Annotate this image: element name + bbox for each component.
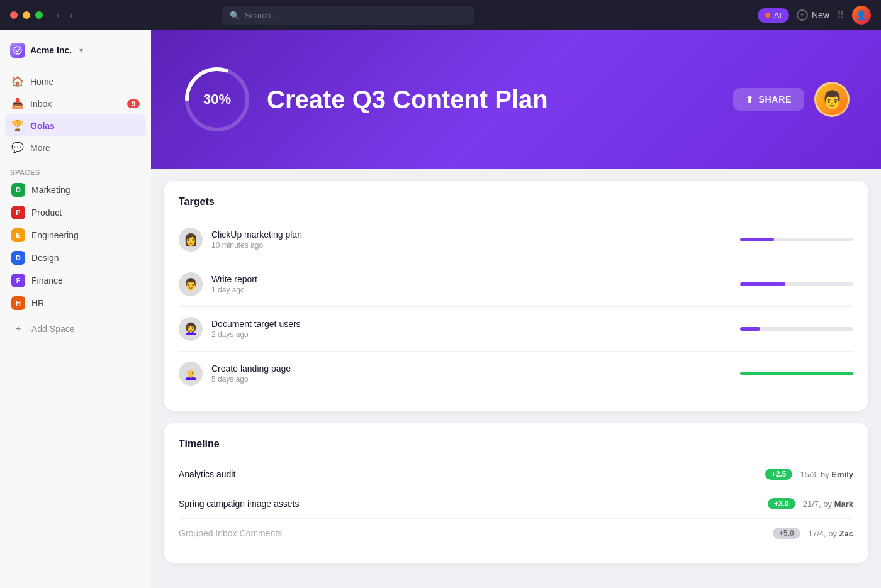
sidebar-item-marketing[interactable]: D Marketing	[5, 179, 146, 201]
svg-point-0	[14, 47, 21, 54]
sidebar-item-home[interactable]: 🏠 Home	[5, 70, 146, 92]
target-name: ClickUp marketing plan	[211, 230, 731, 240]
ai-button[interactable]: AI	[758, 8, 789, 23]
share-icon: ⬆	[746, 94, 754, 104]
nav-arrows: ‹ ›	[53, 9, 76, 21]
minimize-window-button[interactable]	[23, 11, 30, 19]
home-icon: 🏠	[11, 75, 24, 87]
target-time: 2 days ago	[211, 330, 731, 339]
sidebar-item-goals[interactable]: 🏆 Golas	[5, 114, 146, 136]
target-name: Write report	[211, 274, 731, 284]
target-item[interactable]: 👩 ClickUp marketing plan 10 minutes ago	[179, 218, 853, 262]
timeline-item[interactable]: Spring campaign image assets +3.0 21/7, …	[179, 489, 853, 519]
timeline-badge: +5.0	[773, 528, 800, 539]
timeline-section: Timeline Analytics audit +2.5 15/3, by E…	[164, 423, 868, 563]
sidebar-item-engineering[interactable]: E Engineering	[5, 224, 146, 247]
progress-bar-fill	[740, 327, 760, 331]
timeline-list: Analytics audit +2.5 15/3, by Emily Spri…	[179, 460, 853, 548]
workspace-logo-icon	[10, 43, 25, 58]
more-icon: 💬	[11, 141, 24, 153]
add-space-label: Add Space	[31, 324, 75, 334]
product-space-icon: P	[11, 206, 25, 219]
target-item[interactable]: 👩‍🦳 Create landing page 5 days ago	[179, 352, 853, 396]
space-label: Marketing	[31, 185, 70, 195]
space-label: Product	[31, 208, 62, 218]
target-info: Document target users 2 days ago	[211, 319, 731, 339]
design-space-icon: D	[11, 251, 25, 265]
target-info: Write report 1 day ago	[211, 274, 731, 294]
progress-bar-container	[740, 372, 853, 375]
content-area: 30% Create Q3 Content Plan ⬆ SHARE 👨 Tar…	[151, 30, 881, 588]
space-label: Engineering	[31, 230, 79, 240]
user-avatar[interactable]: 👤	[852, 6, 871, 25]
share-button[interactable]: ⬆ SHARE	[733, 88, 804, 111]
target-time: 5 days ago	[211, 375, 731, 384]
maximize-window-button[interactable]	[35, 11, 43, 19]
sidebar: Acme Inc. ▾ 🏠 Home 📥 Inbox 9 🏆 Golas 💬	[0, 30, 151, 588]
progress-bar-bg	[740, 372, 853, 375]
search-bar[interactable]: 🔍	[222, 6, 474, 25]
target-item[interactable]: 👨 Write report 1 day ago	[179, 262, 853, 307]
timeline-name: Grouped Inbox Comments	[179, 528, 765, 538]
close-window-button[interactable]	[10, 11, 18, 19]
engineering-space-icon: E	[11, 228, 25, 242]
progress-bar-fill	[740, 282, 785, 286]
ai-label: AI	[774, 11, 782, 20]
target-item[interactable]: 👩‍🦱 Document target users 2 days ago	[179, 307, 853, 352]
new-button[interactable]: + New	[797, 9, 829, 21]
chevron-down-icon: ▾	[79, 46, 83, 55]
forward-arrow[interactable]: ›	[66, 9, 77, 21]
grid-icon[interactable]: ⠿	[837, 9, 845, 21]
add-space-button[interactable]: + Add Space	[5, 317, 146, 341]
plus-icon: +	[11, 322, 25, 336]
search-input[interactable]	[245, 11, 466, 20]
sidebar-item-product[interactable]: P Product	[5, 201, 146, 224]
sidebar-item-hr[interactable]: H HR	[5, 292, 146, 314]
progress-bar-container	[740, 282, 853, 286]
target-avatar: 👩	[179, 228, 203, 252]
targets-section-title: Targets	[179, 196, 853, 208]
inbox-icon: 📥	[11, 97, 24, 109]
space-label: Finance	[31, 275, 63, 286]
sidebar-item-label: Home	[30, 77, 53, 87]
spaces-section-label: Spaces	[0, 161, 151, 179]
progress-percent: 30%	[203, 91, 231, 108]
inbox-badge: 9	[127, 99, 140, 108]
sidebar-item-inbox[interactable]: 📥 Inbox 9	[5, 92, 146, 114]
timeline-item[interactable]: Grouped Inbox Comments +5.0 17/4, by Zac	[179, 519, 853, 548]
progress-bar-container	[740, 327, 853, 331]
space-label: HR	[31, 298, 44, 308]
timeline-name: Spring campaign image assets	[179, 499, 760, 509]
sidebar-item-design[interactable]: D Design	[5, 247, 146, 269]
progress-bar-bg	[740, 238, 853, 241]
sidebar-item-label: Golas	[30, 121, 55, 131]
workspace-name: Acme Inc.	[30, 45, 72, 55]
page-title: Create Q3 Content Plan	[267, 86, 718, 114]
titlebar: ‹ › 🔍 AI + New ⠿ 👤	[0, 0, 881, 30]
timeline-meta: 17/4, by Zac	[808, 529, 853, 538]
hero-user-avatar[interactable]: 👨	[814, 82, 850, 117]
sidebar-item-more[interactable]: 💬 More	[5, 136, 146, 158]
ai-dot-icon	[765, 13, 770, 18]
back-arrow[interactable]: ‹	[53, 9, 64, 21]
workspace-switcher[interactable]: Acme Inc. ▾	[0, 38, 151, 68]
target-name: Document target users	[211, 319, 731, 329]
hero-actions: ⬆ SHARE 👨	[733, 82, 850, 117]
sidebar-item-label: More	[30, 143, 50, 153]
progress-bar-bg	[740, 282, 853, 286]
plus-circle-icon: +	[797, 9, 808, 21]
sidebar-item-finance[interactable]: F Finance	[5, 269, 146, 292]
progress-bar-fill	[740, 372, 853, 375]
hr-space-icon: H	[11, 296, 25, 310]
titlebar-right: AI + New ⠿ 👤	[758, 6, 871, 25]
hero-banner: 30% Create Q3 Content Plan ⬆ SHARE 👨	[151, 30, 881, 169]
window-controls	[10, 11, 43, 19]
timeline-item[interactable]: Analytics audit +2.5 15/3, by Emily	[179, 460, 853, 489]
progress-bar-fill	[740, 238, 774, 241]
finance-space-icon: F	[11, 274, 25, 287]
sidebar-item-label: Inbox	[30, 99, 52, 109]
targets-list: 👩 ClickUp marketing plan 10 minutes ago …	[179, 218, 853, 396]
progress-circle: 30%	[182, 65, 252, 134]
spaces-list: D Marketing P Product E Engineering D De…	[0, 179, 151, 341]
share-label: SHARE	[758, 94, 792, 104]
